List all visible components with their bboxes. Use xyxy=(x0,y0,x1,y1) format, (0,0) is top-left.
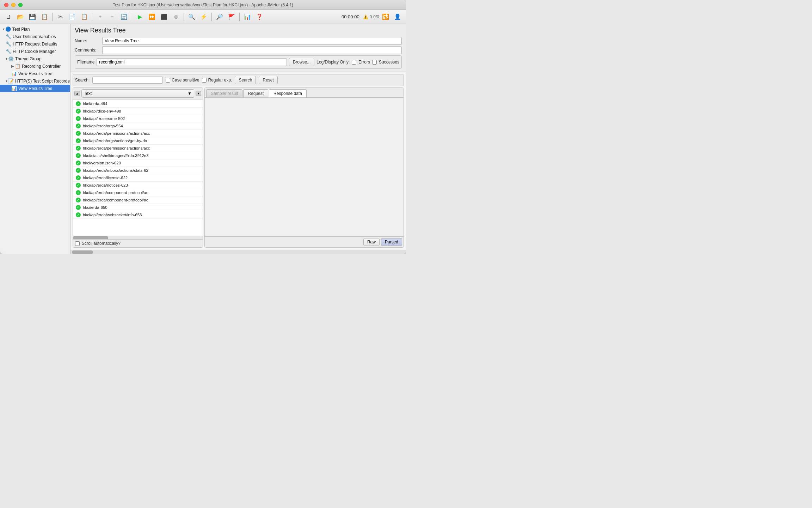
request-item-10[interactable]: ✓ hkci/api/erda/mboxs/actions/stats-62 xyxy=(73,167,203,174)
copy-button[interactable]: 📄 xyxy=(67,12,78,22)
start-no-pause-button[interactable]: ⏩ xyxy=(146,12,158,22)
successes-checkbox[interactable] xyxy=(372,60,377,65)
clear-all-button[interactable]: 🚩 xyxy=(226,12,237,22)
browse-button[interactable]: Browse... xyxy=(289,58,314,66)
stop-button[interactable]: ⬛ xyxy=(158,12,170,22)
request-item-5[interactable]: ✓ hkci/api/erda/permissions/actions/acc xyxy=(73,130,203,137)
request-path-16: hkci/api/erda/websocket/info-653 xyxy=(83,213,142,217)
search-execute-button[interactable]: Search xyxy=(235,76,256,84)
raw-button[interactable]: Raw xyxy=(363,238,380,246)
sidebar-label-thread-group: Thread Group xyxy=(15,56,42,61)
new-test-plan-button[interactable]: 🗋 xyxy=(3,12,14,22)
view-results-1-icon: 📊 xyxy=(11,71,17,76)
save-button[interactable]: 💾 xyxy=(27,12,38,22)
request-item-6[interactable]: ✓ hkci/api/erda/orgs/actions/get-by-do xyxy=(73,137,203,145)
tab-response-data[interactable]: Response data xyxy=(269,89,307,97)
dropdown-arrow-icon: ▼ xyxy=(187,91,192,96)
request-item-14[interactable]: ✓ hkci/api/erda/component-protocol/ac xyxy=(73,196,203,204)
request-item-7[interactable]: ✓ hkci/api/erda/permissions/actions/acc xyxy=(73,145,203,152)
log-display-label: Log/Display Only: xyxy=(316,60,350,65)
success-icon-7: ✓ xyxy=(76,146,81,151)
expand-arrow-test-plan: ▾ xyxy=(3,27,5,31)
success-icon-13: ✓ xyxy=(76,190,81,195)
help-button[interactable]: ❓ xyxy=(254,12,265,22)
minimize-button[interactable] xyxy=(11,3,16,7)
profile-button[interactable]: 👤 xyxy=(392,12,403,22)
thread-group-icon: ⚙️ xyxy=(8,56,14,61)
sidebar-item-view-results-2[interactable]: 📊 View Results Tree xyxy=(0,85,70,92)
search-label: Search: xyxy=(75,78,90,83)
case-sensitive-checkbox[interactable] xyxy=(166,78,170,83)
refresh-button[interactable]: 🔁 xyxy=(380,12,391,22)
sidebar-item-http-defaults[interactable]: 🔧 HTTP Request Defaults xyxy=(0,40,70,48)
tab-sampler-result[interactable]: Sampler result xyxy=(206,89,242,97)
request-path-6: hkci/api/erda/orgs/actions/get-by-do xyxy=(83,139,147,143)
request-item-11[interactable]: ✓ hkci/api/erda/license-622 xyxy=(73,174,203,182)
sidebar-item-user-vars[interactable]: 🔧 User Defined Variables xyxy=(0,33,70,40)
search-button[interactable]: 🔎 xyxy=(214,12,225,22)
request-item-12[interactable]: ✓ hkci/api/erda/notices-623 xyxy=(73,182,203,189)
paste-button[interactable]: 📋 xyxy=(79,12,90,22)
request-item-13[interactable]: ✓ hkci/api/erda/component-protocol/ac xyxy=(73,189,203,196)
remove-button[interactable]: − xyxy=(106,12,118,22)
errors-checkbox[interactable] xyxy=(352,60,356,65)
request-path-2: hkci/api/dice-env-498 xyxy=(83,109,121,113)
page-title: View Results Tree xyxy=(75,27,402,34)
shutdown-button[interactable]: ⊗ xyxy=(170,12,182,22)
request-list-scrollbar[interactable] xyxy=(73,236,203,239)
scroll-down-button[interactable]: ▼ xyxy=(196,91,201,96)
sidebar-item-recording-ctrl[interactable]: ▶ 📋 Recording Controller xyxy=(0,62,70,70)
clear-button[interactable]: 🔄 xyxy=(118,12,130,22)
panel-toolbar: ▲ Text ▼ ▼ xyxy=(73,88,203,99)
traffic-lights xyxy=(4,3,23,7)
sidebar-item-http-recorder[interactable]: ▾ 📝 HTTP(S) Test Script Recorder xyxy=(0,77,70,85)
search-input[interactable] xyxy=(92,77,163,84)
cut-button[interactable]: ✂ xyxy=(55,12,66,22)
tab-request[interactable]: Request xyxy=(243,89,268,97)
scroll-up-button[interactable]: ▲ xyxy=(74,91,80,96)
main-window: Test Plan for HKCI.jmx (/Users/chenweita… xyxy=(0,0,406,254)
sidebar-label-test-plan: Test Plan xyxy=(12,27,30,32)
start-button[interactable]: ▶ xyxy=(134,12,146,22)
regex-label: Regular exp. xyxy=(208,78,232,83)
successes-label: Successes xyxy=(379,60,399,65)
regex-checkbox[interactable] xyxy=(202,78,207,83)
filename-input[interactable] xyxy=(97,58,287,66)
sidebar-item-test-plan[interactable]: ▾ 🔵 Test Plan xyxy=(0,25,70,33)
request-item-8[interactable]: ✓ hkci/static/shell/images/Erda.3912e3 xyxy=(73,152,203,159)
file-row: Filename Browse... Log/Display Only: Err… xyxy=(77,58,399,66)
parsed-button[interactable]: Parsed xyxy=(381,238,402,246)
log-viewer-button[interactable]: 🔍 xyxy=(186,12,197,22)
success-icon-12: ✓ xyxy=(76,183,81,188)
text-dropdown[interactable]: Text ▼ xyxy=(81,89,194,98)
sidebar-label-http-defaults: HTTP Request Defaults xyxy=(13,42,57,47)
comments-input[interactable] xyxy=(102,46,402,54)
add-button[interactable]: + xyxy=(94,12,106,22)
success-icon-5: ✓ xyxy=(76,131,81,136)
reset-button[interactable]: Reset xyxy=(259,76,277,84)
sidebar-item-http-cookie[interactable]: 🔧 HTTP Cookie Manager xyxy=(0,48,70,55)
test-report-button[interactable]: 📊 xyxy=(242,12,253,22)
close-button[interactable] xyxy=(4,3,8,7)
main-content: ▾ 🔵 Test Plan 🔧 User Defined Variables 🔧… xyxy=(0,24,406,254)
comments-row: Comments: xyxy=(75,46,402,54)
request-item-2[interactable]: ✓ hkci/api/dice-env-498 xyxy=(73,108,203,115)
name-input[interactable] xyxy=(102,37,402,45)
request-item-16[interactable]: ✓ hkci/api/erda/websocket/info-653 xyxy=(73,211,203,219)
save-as-button[interactable]: 📋 xyxy=(39,12,50,22)
sidebar-item-view-results-1[interactable]: 📊 View Results Tree xyxy=(0,70,70,77)
request-item-15[interactable]: ✓ hkci/erda-650 xyxy=(73,204,203,211)
request-item-4[interactable]: ✓ hkci/api/erda/orgs-554 xyxy=(73,122,203,130)
sidebar-label-view-results-1: View Results Tree xyxy=(18,71,53,76)
open-button[interactable]: 📂 xyxy=(15,12,26,22)
request-item-3[interactable]: ✓ hkci/api/-/users/me-502 xyxy=(73,115,203,122)
expand-arrow-thread-group: ▾ xyxy=(6,57,7,61)
function-helper-button[interactable]: ⚡ xyxy=(198,12,209,22)
sidebar-item-thread-group[interactable]: ▾ ⚙️ Thread Group xyxy=(0,55,70,62)
request-item-9[interactable]: ✓ hkci/version.json-620 xyxy=(73,159,203,167)
bottom-scrollbar[interactable] xyxy=(70,250,406,254)
scroll-auto-checkbox[interactable] xyxy=(75,241,80,246)
maximize-button[interactable] xyxy=(18,3,23,7)
request-item-1[interactable]: ✓ hkci/erda-494 xyxy=(73,100,203,108)
success-icon-1: ✓ xyxy=(76,101,81,106)
